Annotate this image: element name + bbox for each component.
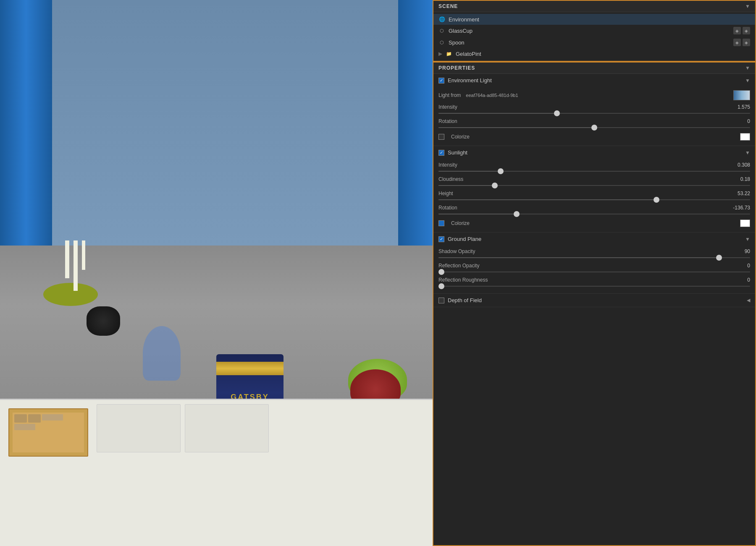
right-panel: SCENE ▼ 🌐 Environment ⬡ GlassCup ◈ ◈ ⬡ (433, 0, 756, 546)
shadow-opacity-track[interactable] (438, 257, 750, 258)
reflection-roughness-track[interactable] (438, 286, 750, 287)
sunlight-label: Sunlight (448, 149, 745, 156)
viewport: GATSBY (0, 0, 433, 546)
reflection-roughness-value: 0 (729, 277, 750, 283)
environment-light-content: Light from eeaf764a-ad85-481d-9b1 Intens… (433, 87, 755, 146)
env-intensity-fill (438, 113, 557, 114)
sun-height-track[interactable] (438, 199, 750, 200)
ground-plane-checkbox[interactable] (438, 236, 444, 242)
env-rotation-thumb[interactable] (591, 125, 597, 131)
env-intensity-label: Intensity (438, 104, 729, 110)
ground-plane-arrow-icon: ▼ (745, 236, 750, 242)
light-from-row: Light from eeaf764a-ad85-481d-9b1 (438, 89, 750, 103)
props-title: PROPERTIES (438, 65, 475, 71)
reflection-roughness-label: Reflection Roughness (438, 277, 729, 283)
sun-rotation-slider[interactable] (438, 212, 750, 218)
sun-cloudiness-value: 0.18 (729, 176, 750, 182)
sun-intensity-slider[interactable] (438, 169, 750, 175)
scene-item-gelatopint[interactable]: ▶ 📁 GelatoPint (433, 48, 755, 59)
depth-of-field-checkbox[interactable] (438, 298, 444, 303)
sun-height-label: Height (438, 191, 729, 196)
section-environment-light: Environment Light ▼ Light from eeaf764a-… (433, 74, 755, 146)
sun-cloudiness-fill (438, 185, 495, 186)
reflection-opacity-slider[interactable] (438, 270, 750, 276)
env-rotation-fill (438, 127, 594, 128)
props-header: PROPERTIES ▼ (433, 63, 755, 74)
environment-light-arrow-icon: ▼ (745, 78, 750, 84)
scene-item-spoon[interactable]: ⬡ Spoon ◈ ◈ (433, 37, 755, 48)
depth-of-field-header[interactable]: Depth of Field ◀ (433, 294, 755, 307)
sun-height-slider[interactable] (438, 198, 750, 204)
scene-header: SCENE ▼ (433, 1, 755, 12)
sun-intensity-fill (438, 171, 501, 172)
reflection-opacity-track[interactable] (438, 272, 750, 272)
shadow-opacity-slider[interactable] (438, 256, 750, 261)
light-from-id: eeaf764a-ad85-481d-9b1 (466, 93, 730, 98)
scene-item-spoon-actions: ◈ ◈ (733, 39, 750, 46)
light-from-label: Light from (438, 92, 461, 98)
props-chevron-icon: ▼ (745, 65, 750, 71)
sun-rotation-track[interactable] (438, 214, 750, 214)
sunlight-header[interactable]: Sunlight ▼ (433, 146, 755, 159)
gelatopint-icon: 📁 (446, 50, 452, 57)
scene-item-spoon-label: Spoon (449, 39, 733, 46)
sun-colorize-checkbox[interactable] (438, 220, 444, 226)
sunlight-arrow-icon: ▼ (745, 150, 750, 156)
env-intensity-slider[interactable] (438, 111, 750, 117)
scene-item-glasscup[interactable]: ⬡ GlassCup ◈ ◈ (433, 25, 755, 37)
shadow-opacity-value: 90 (729, 248, 750, 254)
env-rotation-track[interactable] (438, 127, 750, 128)
sun-height-row: Height 53.22 (438, 189, 750, 198)
glasscup-icon: ⬡ (438, 27, 445, 34)
reflection-roughness-slider[interactable] (438, 284, 750, 290)
spoon-icon: ⬡ (438, 39, 445, 46)
environment-light-checkbox[interactable] (438, 78, 444, 84)
environment-icon: 🌐 (438, 16, 445, 23)
sun-cloudiness-slider[interactable] (438, 183, 750, 189)
scene-item-glasscup-label: GlassCup (449, 28, 733, 34)
glasscup-action-2[interactable]: ◈ (743, 27, 750, 34)
env-colorize-checkbox[interactable] (438, 134, 444, 140)
env-intensity-thumb[interactable] (554, 110, 560, 116)
sun-height-thumb[interactable] (654, 197, 659, 203)
env-intensity-value: 1.575 (729, 104, 750, 110)
sun-cloudiness-label: Cloudiness (438, 176, 729, 182)
spoon-action-2[interactable]: ◈ (743, 39, 750, 46)
shadow-opacity-thumb[interactable] (716, 255, 722, 261)
sun-rotation-thumb[interactable] (514, 211, 520, 217)
scene-item-environment[interactable]: 🌐 Environment (433, 14, 755, 25)
sun-cloudiness-thumb[interactable] (492, 183, 498, 188)
environment-light-header[interactable]: Environment Light ▼ (433, 74, 755, 87)
scene-item-environment-label: Environment (449, 16, 750, 23)
env-colorize-row: Colorize (438, 131, 750, 142)
shadow-opacity-fill (438, 257, 719, 258)
env-intensity-row: Intensity 1.575 (438, 103, 750, 111)
env-rotation-slider[interactable] (438, 125, 750, 131)
reflection-opacity-value: 0 (729, 263, 750, 269)
spoon-action-1[interactable]: ◈ (733, 39, 741, 46)
reflection-opacity-row: Reflection Opacity 0 (438, 261, 750, 270)
env-intensity-track[interactable] (438, 113, 750, 114)
sun-intensity-track[interactable] (438, 171, 750, 172)
section-ground-plane: Ground Plane ▼ Shadow Opacity 90 Re (433, 233, 755, 294)
sun-height-fill (438, 199, 656, 200)
reflection-roughness-thumb[interactable] (438, 283, 444, 289)
ground-plane-header[interactable]: Ground Plane ▼ (433, 233, 755, 246)
env-rotation-row: Rotation 0 (438, 117, 750, 125)
sun-colorize-label: Colorize (451, 220, 740, 226)
sun-cloudiness-track[interactable] (438, 185, 750, 186)
light-thumbnail[interactable] (733, 90, 750, 100)
sun-cloudiness-row: Cloudiness 0.18 (438, 175, 750, 183)
sun-color-swatch[interactable] (740, 219, 750, 227)
shadow-opacity-label: Shadow Opacity (438, 248, 729, 254)
env-color-swatch[interactable] (740, 133, 750, 141)
shadow-opacity-row: Shadow Opacity 90 (438, 247, 750, 256)
sun-intensity-row: Intensity 0.308 (438, 161, 750, 169)
section-depth-of-field: Depth of Field ◀ (433, 294, 755, 307)
reflection-opacity-thumb[interactable] (438, 269, 444, 275)
sun-intensity-thumb[interactable] (498, 168, 504, 174)
reflection-opacity-label: Reflection Opacity (438, 263, 729, 269)
glasscup-action-1[interactable]: ◈ (733, 27, 741, 34)
scene-chevron-icon: ▼ (745, 3, 750, 9)
sunlight-checkbox[interactable] (438, 150, 444, 156)
